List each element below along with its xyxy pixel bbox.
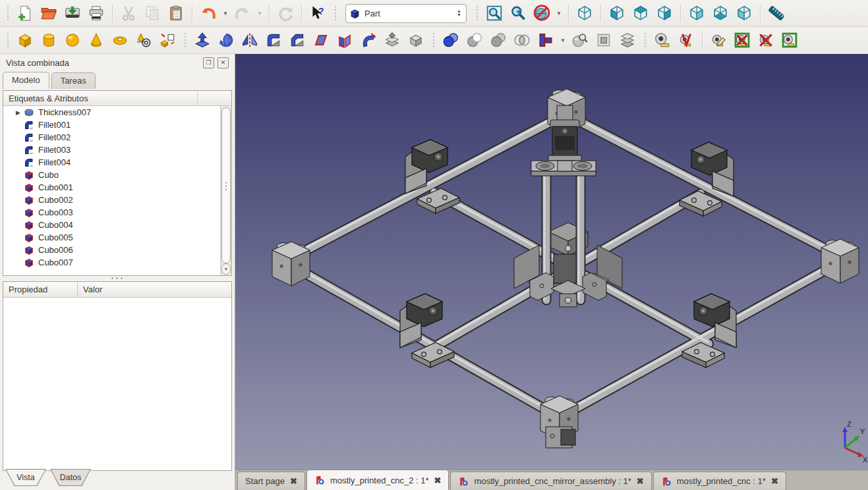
panel-tab-modelo[interactable]: Modelo <box>3 72 49 89</box>
redo-dropdown[interactable]: ▼ <box>255 3 264 23</box>
part-cone-button[interactable] <box>85 30 107 51</box>
boolean-fuse-button[interactable] <box>487 30 509 51</box>
close-tab-icon[interactable]: ✖ <box>637 477 644 485</box>
whats-this-button[interactable]: ? <box>306 3 329 24</box>
mirror-button[interactable] <box>239 30 261 51</box>
new-document-button[interactable] <box>14 3 36 24</box>
measure-refresh-button[interactable] <box>707 30 730 51</box>
measure-distance-button[interactable] <box>765 3 788 24</box>
toolbar-drag-handle[interactable] <box>5 33 10 47</box>
part-torus-button[interactable] <box>109 30 131 51</box>
cross-sections-button[interactable] <box>616 30 639 51</box>
measure-angular-button[interactable] <box>675 30 697 51</box>
part-box-button[interactable] <box>14 30 36 51</box>
offset-button[interactable] <box>381 30 403 51</box>
document-tab[interactable]: mostly_printed_cnc : 1*✖ <box>653 472 786 490</box>
tree-item-cubo007[interactable]: Cubo007 <box>3 256 221 269</box>
refresh-button[interactable] <box>274 3 297 24</box>
top-view-button[interactable] <box>629 3 652 24</box>
toolbar-drag-handle[interactable] <box>5 6 10 20</box>
view-tab-vista[interactable]: Vista <box>5 469 46 486</box>
boolean-union-button[interactable] <box>440 30 462 51</box>
toolbar-drag-handle[interactable] <box>431 33 436 47</box>
extrude-button[interactable] <box>191 30 214 51</box>
document-tab[interactable]: mostly_printed_cnc_2 : 1*✖ <box>306 470 449 490</box>
right-view-button[interactable] <box>653 3 676 24</box>
scrollbar-thumb[interactable] <box>221 107 231 263</box>
fit-all-button[interactable] <box>483 3 506 24</box>
save-document-button[interactable] <box>61 3 84 24</box>
tree-item-cubo005[interactable]: Cubo005 <box>3 231 221 244</box>
close-tab-icon[interactable]: ✖ <box>290 477 297 485</box>
panel-tab-tareas[interactable]: Tareas <box>51 72 96 89</box>
undo-dropdown[interactable]: ▼ <box>221 3 230 23</box>
document-tab[interactable]: mostly_printed_cnc_mirror_assembly : 1*✖ <box>450 472 651 490</box>
boolean-dropdown[interactable]: ▼ <box>558 30 567 50</box>
scrollbar-down-button[interactable]: ▼ <box>221 263 231 275</box>
boolean-common-button[interactable] <box>511 30 533 51</box>
sweep-button[interactable] <box>357 30 380 51</box>
measure-toggle-all-button[interactable] <box>755 30 777 51</box>
toolbar-drag-handle[interactable] <box>475 6 479 20</box>
copy-button[interactable] <box>141 3 163 24</box>
document-tab[interactable]: Start page✖ <box>237 472 305 490</box>
tree-scrollbar[interactable]: ▼ <box>220 106 231 275</box>
thickness-button[interactable] <box>405 30 427 51</box>
bottom-view-button[interactable] <box>709 3 732 24</box>
view-tab-datos[interactable]: Datos <box>50 469 91 486</box>
cut-button[interactable] <box>117 3 140 24</box>
part-primitives-button[interactable] <box>132 30 155 51</box>
close-tab-icon[interactable]: ✖ <box>434 476 442 485</box>
tree-item-cubo004[interactable]: Cubo004 <box>3 219 221 231</box>
undo-button[interactable] <box>197 3 219 24</box>
defeaturing-button[interactable] <box>593 30 615 51</box>
workbench-selector[interactable]: Part▲▼ <box>345 4 467 23</box>
tree-item-cubo006[interactable]: Cubo006 <box>3 244 221 256</box>
tree-item-cubo003[interactable]: Cubo003 <box>3 206 221 219</box>
3d-scene[interactable]: Z Y X <box>235 54 868 470</box>
axonometric-view-button[interactable] <box>573 3 596 24</box>
part-cylinder-button[interactable] <box>38 30 60 51</box>
measure-toggle-3d-button[interactable] <box>778 30 801 51</box>
ruled-surface-button[interactable] <box>333 30 356 51</box>
tree-item-fillet002[interactable]: Fillet002 <box>3 131 221 144</box>
part-sphere-button[interactable] <box>61 30 84 51</box>
toolbar-drag-handle[interactable] <box>643 33 647 47</box>
close-panel-button[interactable]: ✕ <box>217 57 229 68</box>
paste-button[interactable] <box>165 3 187 24</box>
workbench-spinner[interactable]: ▲▼ <box>457 9 463 17</box>
shape-builder-button[interactable] <box>156 30 179 51</box>
expand-arrow-icon[interactable]: ▶ <box>13 109 24 116</box>
make-face-button[interactable] <box>310 30 332 51</box>
chamfer-button[interactable] <box>286 30 308 51</box>
open-document-button[interactable] <box>38 3 60 24</box>
toolbar-drag-handle[interactable] <box>333 6 337 20</box>
rear-view-button[interactable] <box>685 3 708 24</box>
revolve-button[interactable] <box>215 30 237 51</box>
tree-item-fillet001[interactable]: Fillet001 <box>3 119 221 131</box>
tree-item-thickness007[interactable]: ▶Thickness007 <box>3 106 221 119</box>
front-view-button[interactable] <box>606 3 628 24</box>
close-tab-icon[interactable]: ✖ <box>771 477 778 485</box>
left-view-button[interactable] <box>733 3 755 24</box>
property-column-propiedad[interactable]: Propiedad <box>3 282 78 297</box>
check-geometry-button[interactable] <box>569 30 591 51</box>
property-column-valor[interactable]: Valor <box>78 282 231 297</box>
tree-item-fillet003[interactable]: Fillet003 <box>3 144 221 156</box>
boolean-operation-button[interactable] <box>535 30 557 51</box>
float-panel-button[interactable]: ❐ <box>203 57 214 68</box>
redo-button[interactable] <box>231 3 254 24</box>
tree-item-fillet004[interactable]: Fillet004 <box>3 156 221 169</box>
measure-linear-button[interactable] <box>651 30 674 51</box>
tree-item-cubo001[interactable]: Cubo001 <box>3 181 221 194</box>
print-button[interactable] <box>85 3 107 24</box>
3d-viewport[interactable]: Z Y X <box>235 54 868 470</box>
measure-clear-all-button[interactable] <box>731 30 753 51</box>
clipping-dropdown[interactable]: ▼ <box>554 3 564 23</box>
boolean-cut-button[interactable] <box>463 30 486 51</box>
clipping-plane-button[interactable] <box>531 3 553 24</box>
tree-item-cubo002[interactable]: Cubo002 <box>3 194 221 206</box>
panel-splitter[interactable] <box>3 276 232 281</box>
fillet-button[interactable] <box>262 30 285 51</box>
fit-selection-button[interactable] <box>507 3 529 24</box>
